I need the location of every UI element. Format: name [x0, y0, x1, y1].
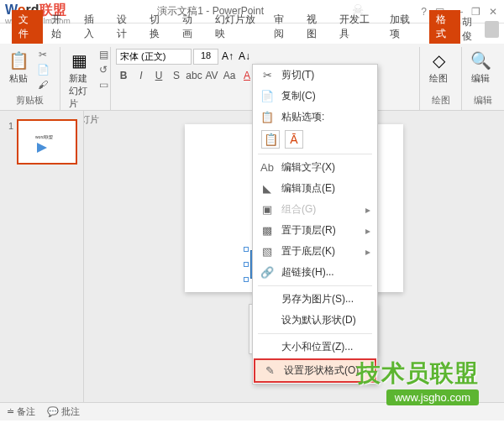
user-name[interactable]: 胡俊	[462, 15, 480, 44]
tab-format[interactable]: 格式	[429, 10, 460, 44]
mini-arrow-icon	[37, 143, 52, 153]
statusbar: ≐ 备注 💬 批注	[0, 402, 504, 421]
slide-thumbnail-1[interactable]: 1 word联盟	[7, 119, 76, 165]
decrease-font-icon[interactable]: A↓	[237, 49, 252, 65]
format-painter-icon[interactable]: 🖌	[35, 79, 50, 92]
bring-front-icon: ▩	[260, 224, 275, 237]
font-size-combo[interactable]: 18	[193, 49, 218, 65]
tab-transitions[interactable]: 切换	[143, 10, 174, 44]
group-editing-label: 编辑	[467, 92, 499, 108]
clipboard-icon: 📋	[8, 50, 29, 71]
shapes-icon: ◇	[428, 50, 449, 71]
shadow-button[interactable]: S	[169, 68, 184, 83]
bold-button[interactable]: B	[116, 68, 131, 83]
reset-icon[interactable]: ↺	[96, 64, 111, 77]
ctx-bring-front[interactable]: ▩置于顶层(R)▸	[253, 220, 377, 241]
context-menu: ✂剪切(T) 📄复制(C) 📋粘贴选项: 📋 Ā Ab编辑文字(X) ◣编辑顶点…	[252, 64, 378, 384]
editing-button[interactable]: 🔍 编辑	[467, 49, 494, 86]
tab-review[interactable]: 审阅	[267, 10, 298, 44]
tab-file[interactable]: 文件	[12, 10, 43, 44]
copy-icon[interactable]: 📄	[35, 64, 50, 77]
ctx-edit-text[interactable]: Ab编辑文字(X)	[253, 157, 377, 178]
ctx-cut[interactable]: ✂剪切(T)	[253, 65, 377, 86]
copy-icon: 📄	[260, 90, 275, 102]
send-back-icon: ▧	[260, 245, 275, 258]
ctx-copy[interactable]: 📄复制(C)	[253, 86, 377, 107]
paste-button[interactable]: 📋 粘贴	[5, 49, 32, 86]
ctx-set-default-shape[interactable]: 设为默认形状(D)	[253, 310, 377, 331]
group-drawing-label: 绘图	[425, 92, 456, 108]
tab-slideshow[interactable]: 幻灯片放映	[208, 10, 265, 44]
ctx-group[interactable]: ▣组合(G)▸	[253, 199, 377, 220]
edit-points-icon: ◣	[260, 182, 275, 195]
tab-insert[interactable]: 插入	[77, 10, 108, 44]
tab-addins[interactable]: 加载项	[383, 10, 423, 44]
section-icon[interactable]: ▭	[96, 79, 111, 92]
italic-button[interactable]: I	[134, 68, 149, 83]
paste-option-theme[interactable]: 📋	[261, 130, 280, 149]
resize-handle[interactable]	[244, 262, 249, 267]
strikethrough-button[interactable]: abc	[186, 68, 202, 83]
ribbon-tabs: 文件 开始 插入 设计 切换 动画 幻灯片放映 审阅 视图 开发工具 加载项 格…	[0, 24, 504, 44]
ctx-send-back[interactable]: ▧置于底层(K)▸	[253, 241, 377, 262]
ctx-hyperlink[interactable]: 🔗超链接(H)...	[253, 262, 377, 283]
underline-button[interactable]: U	[151, 68, 166, 83]
char-spacing-button[interactable]: AV	[204, 68, 219, 83]
font-name-combo[interactable]: 宋体 (正文)	[116, 49, 192, 65]
new-slide-icon: ▦	[69, 50, 89, 71]
scissors-icon: ✂	[260, 69, 275, 81]
edit-text-icon: Ab	[260, 161, 275, 174]
ctx-format-shape[interactable]: ✎设置形状格式(O)...	[254, 358, 376, 383]
paste-icon: 📋	[260, 111, 275, 123]
tab-home[interactable]: 开始	[45, 10, 76, 44]
paste-option-text[interactable]: Ā	[285, 130, 303, 149]
decoration-skull: ☠	[352, 2, 364, 18]
notes-toggle[interactable]: ≐ 备注	[7, 405, 35, 418]
avatar[interactable]	[485, 21, 499, 38]
tab-view[interactable]: 视图	[300, 10, 331, 44]
layout-icon[interactable]: ▤	[96, 49, 111, 62]
ctx-edit-points[interactable]: ◣编辑顶点(E)	[253, 178, 377, 199]
comments-toggle[interactable]: 💬 批注	[47, 405, 80, 418]
tab-animations[interactable]: 动画	[176, 10, 207, 44]
cut-icon[interactable]: ✂	[35, 49, 50, 62]
find-icon: 🔍	[470, 50, 491, 71]
resize-handle[interactable]	[244, 277, 249, 282]
group-clipboard-label: 剪贴板	[5, 92, 55, 108]
tab-design[interactable]: 设计	[110, 10, 141, 44]
ctx-save-as-picture[interactable]: 另存为图片(S)...	[253, 289, 377, 310]
resize-handle[interactable]	[244, 247, 249, 252]
format-shape-icon: ✎	[262, 364, 277, 377]
ctx-size-position[interactable]: 大小和位置(Z)...	[253, 337, 377, 358]
ctx-paste-header: 📋粘贴选项:	[253, 107, 377, 128]
group-icon: ▣	[260, 203, 275, 216]
change-case-button[interactable]: Aa	[222, 68, 237, 83]
link-icon: 🔗	[260, 266, 275, 279]
thumbnail-pane[interactable]: 1 word联盟	[0, 111, 84, 410]
drawing-button[interactable]: ◇ 绘图	[425, 49, 452, 86]
new-slide-button[interactable]: ▦ 新建 幻灯片	[66, 49, 92, 112]
increase-font-icon[interactable]: A↑	[220, 49, 235, 65]
